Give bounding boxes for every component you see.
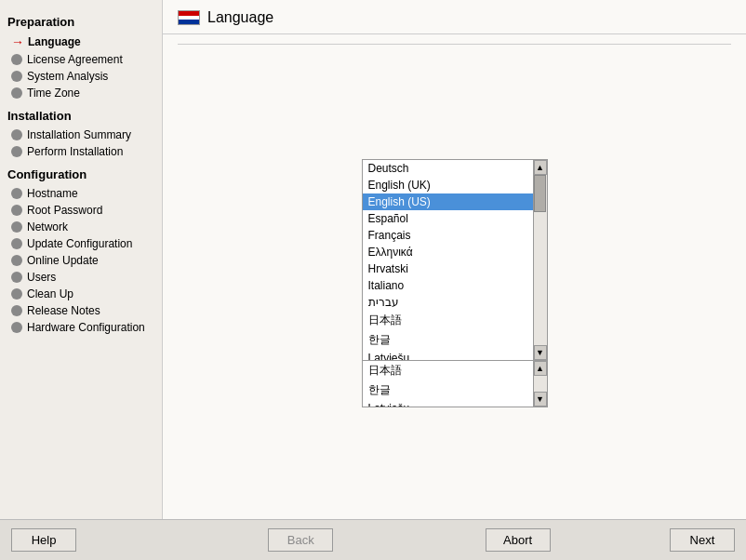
- language-item[interactable]: Español: [363, 210, 533, 227]
- scroll2-down-btn[interactable]: ▼: [534, 392, 547, 407]
- footer: Help Back Abort Next: [0, 519, 746, 560]
- language-item[interactable]: Deutsch: [363, 160, 533, 177]
- scroll-up-btn[interactable]: ▲: [534, 160, 547, 175]
- listbox2-wrapper: 日本語한글Latviešu ▲ ▼: [362, 361, 548, 407]
- language-item[interactable]: 한글: [363, 330, 533, 350]
- sidebar-item-label: Online Update: [27, 254, 99, 267]
- sidebar-item-update-configuration[interactable]: Update Configuration: [7, 235, 154, 252]
- content-body: DeutschEnglish (UK)English (US)EspañolFr…: [163, 34, 746, 519]
- sidebar-item-label: System Analysis: [27, 70, 108, 83]
- scroll-track: [534, 175, 547, 345]
- bullet-icon: [11, 322, 22, 333]
- scroll2-track: [534, 376, 547, 392]
- scrollbar: ▲ ▼: [533, 160, 547, 360]
- bullet-icon: [11, 87, 22, 99]
- sidebar-section-title: Installation: [7, 109, 154, 123]
- sidebar-item-label: Hostname: [27, 187, 78, 200]
- sidebar-item-label: Release Notes: [27, 304, 100, 317]
- sidebar-item-perform-installation[interactable]: Perform Installation: [7, 143, 154, 160]
- help-button[interactable]: Help: [11, 528, 76, 552]
- sidebar-item-users[interactable]: Users: [7, 269, 154, 286]
- scrollbar2: ▲ ▼: [533, 361, 547, 407]
- sidebar: Preparation→ LanguageLicense AgreementSy…: [0, 0, 163, 519]
- sidebar-item-clean-up[interactable]: Clean Up: [7, 286, 154, 302]
- bullet-icon: [11, 129, 22, 140]
- sidebar-item-label: Clean Up: [27, 287, 73, 300]
- footer-abort-area: Abort: [446, 528, 591, 552]
- sidebar-item-release-notes[interactable]: Release Notes: [7, 302, 154, 319]
- language-listbox2-container: 日本語한글Latviešu ▲ ▼: [362, 361, 548, 407]
- sidebar-item-hardware-configuration[interactable]: Hardware Configuration: [7, 319, 154, 336]
- language-item[interactable]: English (US): [363, 193, 533, 210]
- sidebar-section-title: Configuration: [7, 167, 154, 181]
- sidebar-item-network[interactable]: Network: [7, 219, 154, 235]
- sidebar-item-root-password[interactable]: Root Password: [7, 202, 154, 219]
- bullet-icon: [11, 288, 22, 300]
- content-header: Language: [163, 0, 746, 34]
- listbox-wrapper: DeutschEnglish (UK)English (US)EspañolFr…: [362, 159, 548, 361]
- sidebar-item-license-agreement[interactable]: License Agreement: [7, 51, 154, 68]
- footer-left: Help: [11, 528, 156, 552]
- language-item2[interactable]: Latviešu: [363, 400, 533, 407]
- bullet-icon: [11, 238, 22, 249]
- footer-right: Next: [590, 528, 735, 552]
- scroll2-up-btn[interactable]: ▲: [534, 361, 547, 376]
- sidebar-item-hostname[interactable]: Hostname: [7, 185, 154, 202]
- sidebar-item-label: License Agreement: [27, 53, 123, 66]
- sidebar-item-label: Installation Summary: [27, 128, 131, 141]
- language-item[interactable]: Français: [363, 227, 533, 244]
- bullet-icon: [11, 255, 22, 266]
- bullet-icon: [11, 146, 22, 157]
- language-listbox[interactable]: DeutschEnglish (UK)English (US)EspañolFr…: [363, 160, 533, 360]
- page-title: Language: [207, 9, 273, 26]
- language-item[interactable]: Italiano: [363, 277, 533, 294]
- scroll-down-btn[interactable]: ▼: [534, 345, 547, 360]
- sidebar-item-label: Network: [27, 220, 68, 233]
- sidebar-item-system-analysis[interactable]: System Analysis: [7, 68, 154, 85]
- flag-icon: [178, 10, 200, 25]
- footer-center: Back: [156, 528, 446, 552]
- content-area: Language DeutschEnglish (UK)English (US)…: [163, 0, 746, 519]
- sidebar-item-label: Users: [27, 271, 56, 284]
- sidebar-item-online-update[interactable]: Online Update: [7, 252, 154, 269]
- sidebar-item-label: Update Configuration: [27, 237, 132, 250]
- back-button[interactable]: Back: [268, 528, 333, 552]
- language-item[interactable]: Ελληνικά: [363, 244, 533, 260]
- main-layout: Preparation→ LanguageLicense AgreementSy…: [0, 0, 746, 519]
- bullet-icon: [11, 221, 22, 233]
- bullet-icon: [11, 71, 22, 82]
- language-item[interactable]: English (UK): [363, 177, 533, 193]
- dropdown-area: DeutschEnglish (UK)English (US)EspañolFr…: [178, 56, 731, 510]
- language-listbox2[interactable]: 日本語한글Latviešu: [363, 361, 533, 407]
- active-arrow-icon: →: [11, 34, 24, 49]
- language-item2[interactable]: 한글: [363, 380, 533, 400]
- sidebar-item-label: Perform Installation: [27, 145, 123, 158]
- language-item[interactable]: Hrvatski: [363, 260, 533, 277]
- bullet-icon: [11, 188, 22, 199]
- sidebar-item-label: Hardware Configuration: [27, 321, 145, 334]
- sidebar-item-label: Root Password: [27, 204, 102, 217]
- sidebar-item-language[interactable]: → Language: [7, 33, 154, 51]
- language-item[interactable]: 日本語: [363, 311, 533, 330]
- sidebar-item-installation-summary[interactable]: Installation Summary: [7, 127, 154, 143]
- sidebar-section-title: Preparation: [7, 15, 154, 29]
- divider: [178, 44, 731, 45]
- language-listbox-container: DeutschEnglish (UK)English (US)EspañolFr…: [362, 159, 548, 361]
- next-button[interactable]: Next: [670, 528, 735, 552]
- scroll-thumb[interactable]: [534, 175, 546, 212]
- language-item[interactable]: עברית: [363, 294, 533, 311]
- sidebar-item-label: Language: [28, 35, 81, 48]
- sidebar-item-time-zone[interactable]: Time Zone: [7, 85, 154, 101]
- bullet-icon: [11, 272, 22, 283]
- sidebar-item-label: Time Zone: [27, 87, 80, 100]
- bullet-icon: [11, 54, 22, 65]
- bullet-icon: [11, 205, 22, 216]
- language-item2[interactable]: 日本語: [363, 361, 533, 380]
- bullet-icon: [11, 305, 22, 316]
- abort-button[interactable]: Abort: [486, 528, 551, 552]
- language-item[interactable]: Latviešu: [363, 350, 533, 360]
